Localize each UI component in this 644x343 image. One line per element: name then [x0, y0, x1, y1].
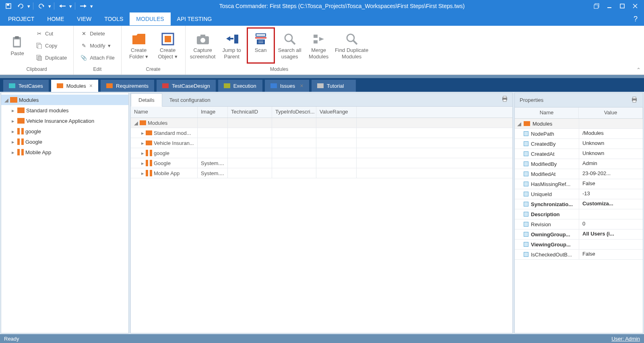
folder-icon: [162, 83, 169, 88]
back-icon[interactable]: [57, 1, 68, 11]
redo-icon[interactable]: [36, 1, 47, 11]
table-row[interactable]: ▸GoogleSystem....: [131, 158, 512, 168]
pencil-icon: ✎: [80, 42, 87, 49]
folder-icon: [224, 83, 230, 88]
tab-modules[interactable]: Modules×: [51, 80, 98, 92]
undo-icon[interactable]: [15, 1, 26, 11]
tree-item[interactable]: ▸Mobile App: [1, 147, 128, 157]
tab-execution[interactable]: Execution: [218, 80, 262, 92]
ribbon: Paste ✂Cut Copy Duplicate Clipboard ✕Del…: [0, 26, 644, 75]
property-row[interactable]: HasMissingRef...False: [515, 179, 643, 189]
table-row[interactable]: ▸Vehicle Insuran...: [131, 138, 512, 148]
property-root[interactable]: ◢Modules: [515, 119, 643, 129]
tab-requirements[interactable]: Requirements: [101, 80, 154, 92]
grid-column-header[interactable]: ValueRange: [316, 107, 357, 118]
close-tab-icon[interactable]: ×: [300, 83, 303, 89]
grid-column-header[interactable]: TypeInfoDescri...: [272, 107, 316, 118]
property-row[interactable]: ModifiedByAdmin: [515, 159, 643, 169]
duplicate-button[interactable]: Duplicate: [34, 52, 68, 63]
property-icon: [524, 242, 528, 247]
attach-file-button[interactable]: 📎Attach File: [78, 52, 116, 63]
tab-details[interactable]: Details: [131, 93, 162, 107]
folder-icon: [146, 130, 152, 135]
svg-point-34: [285, 34, 292, 41]
property-row[interactable]: UniqueId-13: [515, 189, 643, 199]
property-icon: [524, 202, 528, 207]
print-icon[interactable]: [631, 96, 638, 104]
folder-icon: [131, 31, 147, 47]
property-row[interactable]: NodePath/Modules: [515, 129, 643, 139]
svg-marker-7: [84, 4, 87, 8]
jump-to-parent-button[interactable]: Jump to Parent: [218, 27, 246, 64]
svg-marker-5: [59, 4, 62, 8]
close-tab-icon[interactable]: ×: [89, 83, 93, 89]
tab-testcasedesign[interactable]: TestCaseDesign: [157, 80, 216, 92]
menu-home[interactable]: HOME: [41, 12, 70, 25]
minimize-icon[interactable]: [605, 1, 614, 11]
modify-button[interactable]: ✎Modify ▾: [78, 40, 116, 51]
grid-column-header[interactable]: Image: [198, 107, 228, 118]
property-row[interactable]: Revision0: [515, 219, 643, 229]
property-row[interactable]: Description: [515, 209, 643, 219]
tab-tutorial[interactable]: Tutorial: [312, 80, 356, 92]
collapse-ribbon-icon[interactable]: ⌃: [636, 67, 641, 73]
grid-column-header[interactable]: Name: [131, 107, 198, 118]
save-icon[interactable]: [3, 1, 14, 11]
copy-button[interactable]: Copy: [34, 40, 68, 51]
maximize-icon[interactable]: [617, 1, 627, 11]
tree-item[interactable]: ▸Standard modules: [1, 105, 128, 116]
table-row[interactable]: ▸Mobile AppSystem....: [131, 168, 512, 178]
merge-modules-button[interactable]: Merge Modules: [305, 27, 333, 64]
create-folder-button[interactable]: Create Folder ▾: [125, 27, 153, 64]
property-row[interactable]: CreatedByUnknown: [515, 139, 643, 149]
help-icon[interactable]: ?: [629, 15, 642, 23]
menu-modules[interactable]: MODULES: [130, 12, 170, 25]
search-usages-button[interactable]: Search all usages: [276, 27, 304, 64]
property-row[interactable]: OwningGroup...All Users (i...: [515, 229, 643, 240]
tree-item[interactable]: ▸Vehicle Insurance Application: [1, 116, 128, 126]
table-row[interactable]: ◢Modules: [131, 118, 512, 128]
property-row[interactable]: Synchronizatio...Customiza...: [515, 199, 643, 209]
paperclip-icon: 📎: [80, 54, 87, 61]
restore-window-icon[interactable]: [592, 1, 601, 11]
property-icon: [524, 212, 528, 217]
tree-item[interactable]: ▸google: [1, 126, 128, 136]
capture-screenshot-button[interactable]: Capture screenshot: [189, 27, 217, 64]
menu-view[interactable]: VIEW: [70, 12, 98, 25]
jump-icon: [224, 31, 240, 47]
folder-icon: [17, 107, 25, 113]
table-row[interactable]: ▸Standard mod...: [131, 128, 512, 138]
folder-icon: [106, 83, 113, 88]
property-row[interactable]: ViewingGroup...: [515, 240, 643, 250]
folder-icon: [9, 83, 15, 88]
property-icon: [524, 182, 528, 186]
properties-panel: Properties Name Value ◢ModulesNodePath/M…: [514, 93, 643, 333]
property-row[interactable]: ModifiedAt23-09-202...: [515, 169, 643, 179]
delete-icon: ✕: [80, 30, 87, 37]
close-icon[interactable]: [630, 1, 640, 11]
menu-api-testing[interactable]: API TESTING: [171, 12, 219, 25]
table-row[interactable]: ▸google: [131, 148, 512, 158]
menu-project[interactable]: PROJECT: [2, 12, 41, 25]
tree-root[interactable]: ◢Modules: [1, 95, 128, 105]
svg-rect-18: [38, 44, 41, 49]
module-icon: [17, 128, 24, 134]
grid-column-header[interactable]: TechnicalID: [228, 107, 272, 118]
scan-button[interactable]: Scan: [247, 27, 275, 64]
search-icon: [282, 31, 298, 47]
cut-button[interactable]: ✂Cut: [34, 28, 68, 39]
delete-button[interactable]: ✕Delete: [78, 28, 116, 39]
forward-icon[interactable]: [78, 1, 89, 11]
print-icon[interactable]: [501, 95, 508, 103]
menu-tools[interactable]: TOOLS: [98, 12, 130, 25]
tab-testcases[interactable]: TestCases: [3, 80, 49, 92]
tab-issues[interactable]: Issues×: [265, 80, 309, 92]
find-duplicate-button[interactable]: Find Duplicate Modules: [334, 27, 370, 64]
paste-button[interactable]: Paste: [3, 27, 31, 64]
status-user[interactable]: User: Admin: [611, 336, 640, 342]
tab-test-configuration[interactable]: Test configuration: [162, 94, 218, 106]
property-row[interactable]: CreatedAtUnknown: [515, 149, 643, 159]
tree-item[interactable]: ▸Google: [1, 136, 128, 147]
create-object-button[interactable]: Create Object ▾: [154, 27, 182, 64]
property-row[interactable]: IsCheckedOutB...False: [515, 250, 643, 260]
